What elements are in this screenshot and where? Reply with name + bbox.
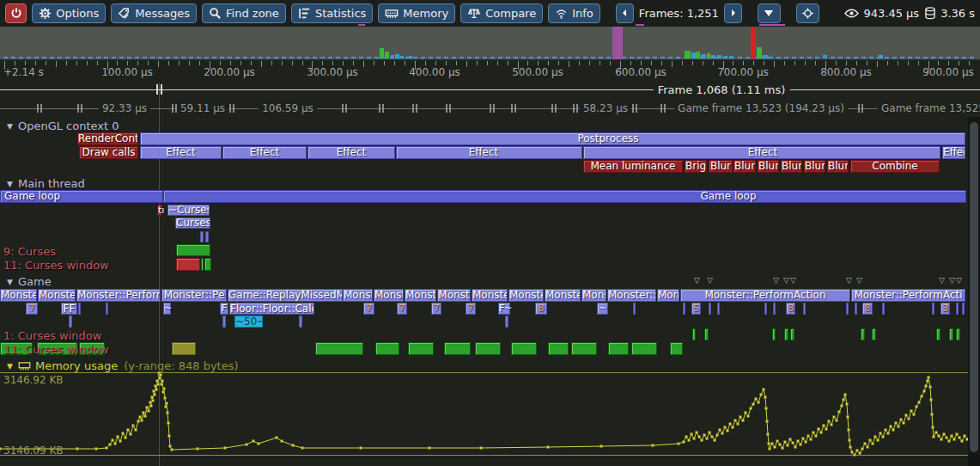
frame-time-bar[interactable] xyxy=(701,54,706,58)
zone-monster-pe[interactable]: Monster::Pe xyxy=(161,289,227,302)
frame-time-bar[interactable] xyxy=(467,57,472,58)
zone-f[interactable]: F xyxy=(220,303,228,315)
frame-time-bar-slow[interactable] xyxy=(707,53,710,58)
frame-time-bar[interactable] xyxy=(861,57,866,58)
frame-time-bar[interactable] xyxy=(521,57,526,58)
frame-time-bar[interactable] xyxy=(931,57,935,58)
frame-time-bar[interactable] xyxy=(367,57,371,58)
memory-usage-graph[interactable] xyxy=(0,371,980,457)
zone[interactable] xyxy=(172,342,196,355)
zone-[interactable]: ~ xyxy=(597,303,608,315)
frame-time-bar[interactable] xyxy=(135,57,139,58)
zone-game-loop[interactable]: Game loop xyxy=(0,190,163,203)
frame-time-bar[interactable] xyxy=(483,57,487,58)
frame-time-bar[interactable] xyxy=(908,57,912,58)
frames-overview-strip[interactable] xyxy=(0,27,980,60)
zone[interactable] xyxy=(704,328,709,340)
zone-combine[interactable]: Combine xyxy=(850,160,940,173)
frame-time-bar[interactable] xyxy=(717,55,721,58)
zone-monste[interactable]: Monste xyxy=(508,289,544,302)
frame-time-bar[interactable] xyxy=(235,57,240,58)
frame-time-bar[interactable] xyxy=(724,56,727,58)
zone[interactable] xyxy=(315,342,363,355)
zone-floor-floor-calc[interactable]: Floor::Floor::Calc xyxy=(229,303,314,315)
frame-time-bar[interactable] xyxy=(676,57,680,58)
zone[interactable] xyxy=(78,303,81,315)
frame-time-bar[interactable] xyxy=(444,57,448,58)
zone[interactable] xyxy=(205,231,209,242)
zone-mons[interactable]: Mons xyxy=(657,289,679,302)
frame-set-dropdown-button[interactable] xyxy=(758,3,781,23)
frame-time-bar[interactable] xyxy=(328,57,332,58)
zone[interactable] xyxy=(204,258,211,271)
zone-monste[interactable]: Monste xyxy=(545,289,581,302)
zone[interactable] xyxy=(633,303,636,315)
zone-monster-performacti[interactable]: Monster::PerformActi xyxy=(851,289,965,302)
find-zone-button[interactable]: Find zone xyxy=(202,3,286,23)
zone[interactable] xyxy=(200,231,204,242)
power-button[interactable] xyxy=(5,3,27,23)
frame-time-bar[interactable] xyxy=(104,57,108,58)
zone-curses[interactable]: Curses xyxy=(175,218,210,229)
frame-time-bar[interactable] xyxy=(900,57,904,58)
zone[interactable] xyxy=(375,342,399,355)
zone-blur[interactable]: Blur xyxy=(758,160,779,173)
frame-time-bar[interactable] xyxy=(916,57,920,58)
frame-time-bar[interactable] xyxy=(490,57,495,58)
frame-time-bar[interactable] xyxy=(947,57,951,58)
frame-time-bar[interactable] xyxy=(320,57,325,58)
zone[interactable] xyxy=(855,303,857,315)
scrollbar[interactable] xyxy=(968,117,980,466)
zone[interactable] xyxy=(882,303,885,315)
frame-time-bar[interactable] xyxy=(3,57,8,58)
zone[interactable] xyxy=(176,258,200,271)
frame-time-bar[interactable] xyxy=(838,57,843,58)
message-marker-icon[interactable]: ▽ xyxy=(939,276,945,285)
frame-time-bar[interactable] xyxy=(96,57,100,58)
frame-time-bar[interactable] xyxy=(42,57,46,58)
compare-button[interactable]: Compare xyxy=(460,3,543,23)
frame-time-bar[interactable] xyxy=(776,57,781,58)
frame-time-bar[interactable] xyxy=(228,57,232,58)
zone-blur[interactable]: Blur xyxy=(733,160,756,173)
zone-monster-performa[interactable]: Monster::PerformA xyxy=(76,289,161,302)
message-marker-icon[interactable]: ▽ xyxy=(856,276,862,285)
zone-7[interactable]: 7 xyxy=(363,303,374,315)
frame-time-bar[interactable] xyxy=(166,57,170,58)
frame-time-bar[interactable] xyxy=(65,57,70,58)
frame-time-bar[interactable] xyxy=(259,57,263,58)
zone[interactable] xyxy=(962,303,965,315)
frame-ruler-label[interactable]: Game frame 13,523 (194.23 µs) xyxy=(674,102,848,114)
group-header-main-thread[interactable]: ▼Main thread xyxy=(7,177,85,190)
zone[interactable] xyxy=(548,342,569,355)
zone-blur[interactable]: Blur xyxy=(827,160,849,173)
zone[interactable] xyxy=(631,342,657,355)
frame-time-bar[interactable] xyxy=(391,55,394,58)
frame-time-bar[interactable] xyxy=(452,57,456,58)
frame-time-bar[interactable] xyxy=(395,54,399,58)
zone-curses[interactable]: ~Curses xyxy=(167,205,210,216)
zone[interactable] xyxy=(717,303,720,315)
frame-time-bar[interactable] xyxy=(181,57,186,58)
frame-time-bar[interactable] xyxy=(599,57,603,58)
message-marker-icon[interactable]: ▽ xyxy=(956,276,962,285)
statistics-button[interactable]: Statistics xyxy=(291,3,373,23)
frame-time-bar[interactable] xyxy=(351,57,356,58)
zone-monster-performaction[interactable]: Monster::PerformAction xyxy=(680,289,850,302)
frame-time-bar[interactable] xyxy=(73,57,77,58)
frame-time-bar[interactable] xyxy=(729,56,733,58)
zone[interactable] xyxy=(949,328,953,340)
frame-time-bar[interactable] xyxy=(529,57,533,58)
info-button[interactable]: Info xyxy=(548,3,600,23)
frame-time-bar[interactable] xyxy=(289,57,294,58)
zone[interactable] xyxy=(69,316,72,328)
frame-time-bar[interactable] xyxy=(400,56,404,58)
zone-7[interactable]: 7 xyxy=(466,303,476,315)
frame-time-bar[interactable] xyxy=(81,57,85,58)
frame-time-bar[interactable] xyxy=(575,57,580,58)
frame-time-bar[interactable] xyxy=(854,57,858,58)
zone[interactable] xyxy=(683,303,685,315)
zone[interactable] xyxy=(505,316,508,328)
frame-time-bar[interactable] xyxy=(506,57,510,58)
frame-time-bar[interactable] xyxy=(127,57,131,58)
